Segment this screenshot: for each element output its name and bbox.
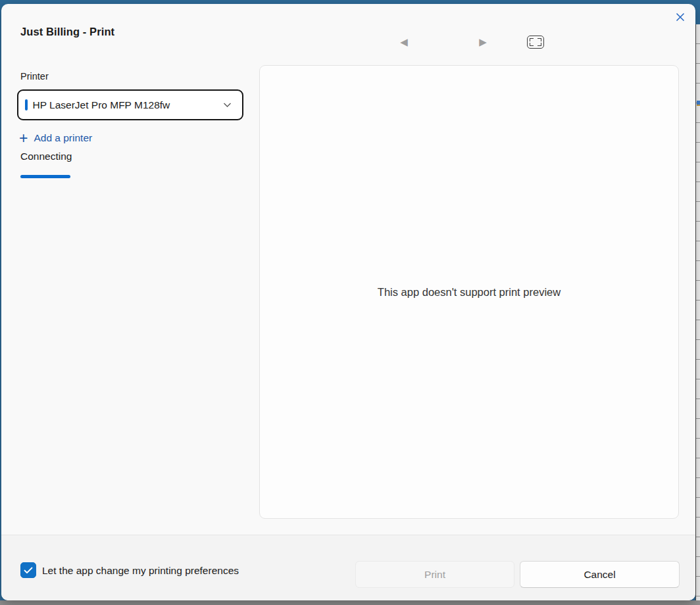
add-printer-button[interactable]: + Add a printer (19, 130, 92, 147)
background-app-detail (697, 101, 700, 105)
screen: Just Billing - Print ◀ ▶ Printer HP Lase… (0, 0, 700, 605)
footer-bar: Let the app change my printing preferenc… (1, 535, 695, 600)
chevron-down-icon (223, 102, 232, 108)
preview-message: This app doesn't support print preview (378, 286, 561, 299)
next-page-button[interactable]: ▶ (474, 33, 492, 51)
fit-to-page-button[interactable] (524, 32, 547, 53)
printer-status-text: Connecting (20, 151, 72, 162)
connecting-progress (20, 175, 191, 178)
dialog-title: Just Billing - Print (20, 26, 114, 38)
back-icon: ◀ (400, 36, 408, 48)
background-bottom-strip (0, 600, 700, 605)
close-icon (675, 12, 686, 22)
close-button[interactable] (670, 8, 691, 26)
printer-dropdown[interactable]: HP LaserJet Pro MFP M128fw (17, 89, 243, 120)
previous-page-button[interactable]: ◀ (395, 33, 413, 51)
progress-bar-segment (20, 175, 70, 178)
selected-printer-value: HP LaserJet Pro MFP M128fw (33, 99, 224, 111)
plus-icon: + (19, 132, 28, 145)
printer-label: Printer (20, 71, 49, 82)
checkbox-label[interactable]: Let the app change my printing preferenc… (42, 565, 239, 577)
fit-page-icon (527, 36, 544, 49)
focus-accent-bar (25, 99, 28, 110)
print-dialog: Just Billing - Print ◀ ▶ Printer HP Lase… (1, 4, 695, 600)
print-preview-panel: This app doesn't support print preview (259, 65, 679, 519)
forward-icon: ▶ (479, 36, 487, 48)
checkmark-icon (24, 567, 33, 574)
background-app-sliver (695, 24, 700, 600)
add-printer-label: Add a printer (34, 132, 92, 144)
cancel-button[interactable]: Cancel (520, 561, 680, 588)
print-button[interactable]: Print (355, 561, 514, 588)
printing-preferences-checkbox[interactable] (20, 562, 36, 578)
